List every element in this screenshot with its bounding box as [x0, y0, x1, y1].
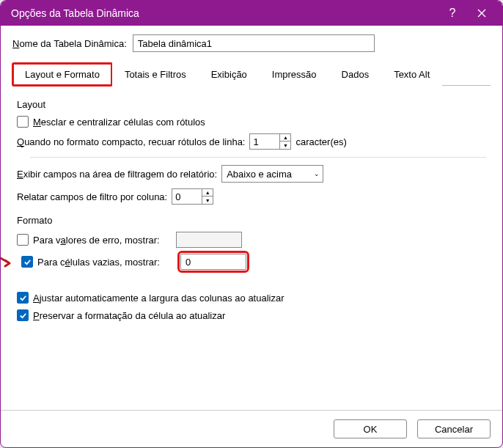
- empty-cells-label: Para células vazias, mostrar:: [37, 257, 160, 268]
- spin-up-icon[interactable]: ▲: [202, 189, 213, 197]
- indent-label: Quando no formato compacto, recuar rótul…: [17, 136, 245, 147]
- dialog-title: Opções da Tabela Dinâmica: [11, 7, 438, 19]
- name-label: Nome da Tabela Dinâmica:: [12, 38, 127, 49]
- tab-data[interactable]: Dados: [329, 63, 382, 86]
- close-icon: [477, 9, 486, 18]
- tab-alt-text[interactable]: Texto Alt: [381, 63, 442, 86]
- autofit-checkbox[interactable]: [17, 292, 29, 304]
- merge-checkbox[interactable]: [17, 116, 29, 128]
- check-icon: [19, 294, 27, 302]
- ok-button[interactable]: OK: [334, 419, 407, 438]
- format-group-label: Formato: [17, 215, 486, 226]
- showfields-value: Abaixo e acima: [227, 169, 292, 180]
- indent-input[interactable]: [250, 134, 279, 149]
- spin-down-icon[interactable]: ▼: [280, 142, 290, 149]
- report-label: Relatar campos de filtro por coluna:: [17, 191, 167, 202]
- tab-display[interactable]: Exibição: [199, 63, 260, 86]
- help-button[interactable]: ?: [438, 2, 467, 24]
- autofit-label: Ajustar automaticamente a largura das co…: [33, 293, 284, 304]
- tab-bar: Layout e Formato Totais e Filtros Exibiç…: [12, 62, 491, 86]
- close-button[interactable]: [467, 2, 496, 24]
- layout-group-label: Layout: [17, 99, 486, 110]
- tab-layout-format[interactable]: Layout e Formato: [12, 63, 112, 86]
- tab-totals-filters[interactable]: Totais e Filtros: [112, 63, 199, 86]
- indent-unit: caracter(es): [295, 136, 346, 147]
- indent-spinner[interactable]: ▲▼: [249, 133, 291, 150]
- showfields-label: Exibir campos na área de filtragem do re…: [17, 169, 217, 180]
- merge-label: Mesclar e centralizar células com rótulo…: [33, 117, 205, 128]
- cancel-button[interactable]: Cancelar: [417, 419, 491, 438]
- report-spinner[interactable]: ▲▼: [172, 188, 213, 205]
- empty-cells-checkbox[interactable]: [21, 256, 33, 268]
- error-values-checkbox[interactable]: [17, 234, 29, 246]
- spin-down-icon[interactable]: ▼: [202, 197, 213, 204]
- preserve-format-checkbox[interactable]: [17, 309, 29, 321]
- report-input[interactable]: [172, 189, 202, 204]
- titlebar: Opções da Tabela Dinâmica ?: [1, 1, 502, 26]
- check-icon: [19, 312, 27, 320]
- error-values-input[interactable]: [176, 232, 242, 248]
- chevron-down-icon: ⌄: [314, 170, 320, 177]
- spin-up-icon[interactable]: ▲: [280, 134, 290, 142]
- table-name-input[interactable]: [133, 34, 375, 52]
- check-icon: [23, 258, 32, 266]
- preserve-format-label: Preservar a formatação da célula ao atua…: [33, 310, 225, 321]
- arrow-annotation-icon: [0, 256, 12, 268]
- tab-print[interactable]: Impressão: [260, 63, 329, 86]
- error-values-label: Para valores de erro, mostrar:: [33, 235, 160, 246]
- showfields-combo[interactable]: Abaixo e acima ⌄: [221, 165, 323, 183]
- empty-cells-input[interactable]: [180, 254, 246, 270]
